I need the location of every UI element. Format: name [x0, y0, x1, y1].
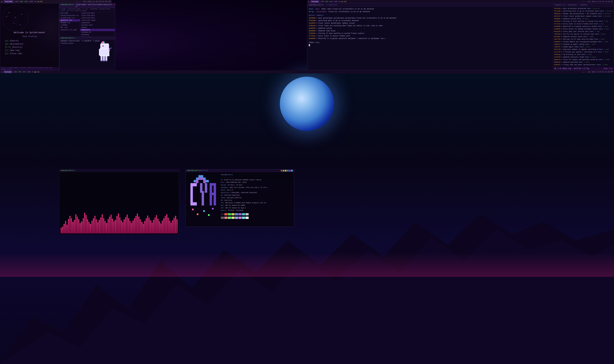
tech-profile-text: Tech Profile	[0, 35, 59, 38]
bar-14	[81, 221, 82, 234]
svg-rect-77	[208, 214, 210, 216]
menu-history[interactable]: [S h] [History]	[5, 46, 23, 49]
git-merge-line: Merge: gitea/main Fixed all screenshots …	[309, 10, 551, 13]
bar-50	[134, 218, 135, 234]
neofetch-gpu1: GPU: AMD ATI Radeon RX 6800M	[221, 204, 293, 207]
commit-8[interactable]: 2774c0c ● Extra lines to ensure flakes w…	[309, 35, 551, 37]
color-6	[242, 213, 245, 215]
file-item[interactable]: gruvbox-dark	[80, 24, 115, 26]
svg-point-29	[16, 25, 16, 26]
commit-1[interactable]: dee0888 ● main gitea/main gitlab/main gi…	[309, 17, 551, 19]
svg-rect-75	[212, 208, 214, 209]
bar-58	[146, 218, 147, 234]
log-line[interactable]: b00d140 ● Updated pyprland Emmet 2 weeks	[554, 61, 613, 64]
log-line[interactable]: 5a6bb19 ● Pinned embark and reorganized …	[554, 40, 613, 43]
commit-6[interactable]: a95dd60 ● Removed some bloat	[309, 30, 551, 32]
log-line[interactable]: 5af93d2 ● Testing if auto-cpufreq is sys…	[554, 20, 613, 23]
log-line[interactable]: 0e153bc ● Updated install notes Emmet 1 …	[554, 35, 613, 38]
file-item[interactable]: README.org	[59, 22, 80, 24]
log-line[interactable]: a568f01 ● Trying some new power optimiza…	[554, 64, 613, 66]
terminal-panel: emmet@snowfire:~ pokemon-colorscripts -n…	[59, 37, 115, 69]
commit-3[interactable]: 4a16bf0 ● Fixes recent qutebrowser updat…	[309, 22, 551, 25]
status-100b-left: 100%	[29, 1, 33, 2]
git-content: Head: main Head: main Fixed all screensh…	[307, 7, 553, 66]
svg-rect-71	[210, 183, 216, 185]
log-line[interactable]: b041530 ● Fixes qemu user session uefi E…	[554, 30, 613, 33]
menu-newtab[interactable]: [t] [New tab]	[5, 49, 23, 52]
bar-41	[121, 220, 122, 234]
file-item[interactable]: solarized-dark	[80, 14, 115, 17]
status-100b-bottom: 100%	[27, 71, 31, 73]
commit-9[interactable]: a2650d0 ● Reverted to original uwunicorn…	[309, 37, 551, 40]
log-line[interactable]: 4fbc38a ● main gitea/main github/ma Emme…	[554, 7, 613, 10]
file-item-uwunicorn[interactable]: uwunicorn	[80, 29, 115, 31]
file-item[interactable]: LICENSE	[59, 24, 80, 26]
commit-5[interactable]: bad2003 ● Updated system	[309, 27, 551, 30]
commit-2[interactable]: ef0c50d ● Switching back to gh as screen…	[309, 19, 551, 22]
git-head-line: Head: main Head: main Fixed all screensh…	[309, 8, 551, 10]
commit-4[interactable]: 8700c08 ● Fixes flake not building when …	[309, 25, 551, 27]
bar-71	[165, 216, 166, 234]
file-item[interactable]: spacedusk	[80, 22, 115, 24]
log-line[interactable]: c00d313 ● Cleaned up magit config Emmet …	[554, 43, 613, 46]
file-item-selected[interactable]: polarity.txt	[59, 19, 80, 22]
file-item[interactable]: ald-hope	[59, 12, 80, 14]
menu-closetab[interactable]: [x] [Close tab]	[5, 52, 23, 55]
bar-9	[74, 220, 75, 234]
bar-45	[127, 215, 128, 234]
tab-youtube-bottom[interactable]: Youtube	[3, 71, 13, 73]
qute-panel: Welcome to Qutebrowser Tech Profile [o] …	[0, 3, 59, 70]
terminal-path: /home/emmet/.dotfiles/themes/uwunicorn-y…	[76, 4, 113, 7]
tab-youtube-right[interactable]: Youtube	[310, 0, 320, 3]
log-line[interactable]: 456f14f ● Fixes recent qutebrowser updat…	[554, 15, 613, 18]
bar-63	[153, 220, 154, 234]
file-item[interactable]: uwunicorn-yt.yaml	[59, 29, 80, 31]
log-line[interactable]: 1c1c759 ● I finally got agenda + syncthi…	[554, 51, 613, 53]
file-item[interactable]: background1.txt	[59, 17, 80, 19]
menu-quickmarks[interactable]: [b] [Quickmarks]	[5, 42, 23, 46]
log-line[interactable]: a2650d0 ● Extra detail on adding unstabl…	[554, 28, 613, 30]
bar-8	[72, 222, 73, 234]
log-line[interactable]: a2650d0 ● Reverted to original uwunicorn…	[554, 25, 613, 28]
topbar-right: ▶ Youtube 100% 59% 104% 100% 1% ■ 11% □ …	[307, 0, 614, 3]
file-item[interactable]: windows-95	[80, 31, 115, 34]
git-log-title: Commits in --branches --remotes	[555, 4, 587, 6]
log-line[interactable]: 70a5f2c ● Added magit-todos Emmet 1 week	[554, 46, 613, 48]
log-line[interactable]: d#4eee6 ● 3d printing is cool Emmet 1 we…	[554, 53, 613, 56]
bar-67	[159, 221, 160, 234]
bar-49	[132, 221, 134, 234]
status-100-bottom: 100%	[14, 71, 17, 73]
window-ctrl-right[interactable]: □ ▬ ✕	[581, 1, 586, 2]
file-item[interactable]: solarized-dark	[80, 12, 115, 14]
bar-21	[91, 221, 93, 234]
log-line[interactable]: e811f28 ● Improved comment on agenda syn…	[554, 48, 613, 51]
file-item[interactable]: ubuntu	[80, 26, 115, 29]
log-line[interactable]: 3774c3c ● Extra lines to ensure flakes w…	[554, 23, 613, 25]
log-line[interactable]: 9fc1388 ● Switching back to gh as screen…	[554, 10, 613, 13]
status-59-right: 59%	[325, 1, 328, 2]
window-ctrl-bottom[interactable]: □ ▬ ✕	[581, 71, 586, 73]
log-line[interactable]: 4959d56 ● Updated system Emmet 18 hours	[554, 18, 613, 20]
file-item[interactable]: RE-.org	[59, 26, 80, 29]
color-3	[231, 213, 235, 215]
neofetch-content: emmet@snowfire --------------- OS: NixOS…	[186, 172, 294, 226]
file-item[interactable]: solarized-light	[80, 19, 115, 22]
file-item[interactable]: woodland	[80, 34, 115, 36]
bar-69	[162, 221, 163, 234]
qute-statusbar: file:///home/emmet/.browser/Tech/config/…	[0, 67, 59, 70]
neofetch-mem: Memory: 7677MiB / 62310MiB	[221, 209, 293, 212]
log-line[interactable]: cefa230 ● Updated uwunicorn theme Emmet …	[554, 56, 613, 58]
log-line[interactable]: 7f0f548 ● Fix for nix parser on install.…	[554, 33, 613, 35]
window-ctrl-left[interactable]: □ ▬ ✕	[75, 1, 81, 3]
file-item[interactable]: backgroundui256.txt	[59, 14, 80, 17]
menu-search[interactable]: [o] [Search]	[5, 39, 23, 42]
file-item[interactable]: solarized-dark	[80, 17, 115, 19]
commit-7[interactable]: 1f593d2 ● Testing if auto-cpufreq is sys…	[309, 32, 551, 35]
svg-rect-67	[205, 183, 207, 193]
log-line[interactable]: b00a076 ● Fixes for waybar and patched c…	[554, 58, 613, 61]
log-line[interactable]: 49b018a ● Ranger dnd optimization + qb f…	[554, 13, 613, 15]
log-line[interactable]: 3d47138 ● Getting rid of some electron p…	[554, 38, 613, 40]
svg-rect-56	[203, 178, 206, 180]
svg-rect-61	[196, 180, 198, 183]
tab-youtube-left[interactable]: Youtube	[4, 0, 14, 3]
